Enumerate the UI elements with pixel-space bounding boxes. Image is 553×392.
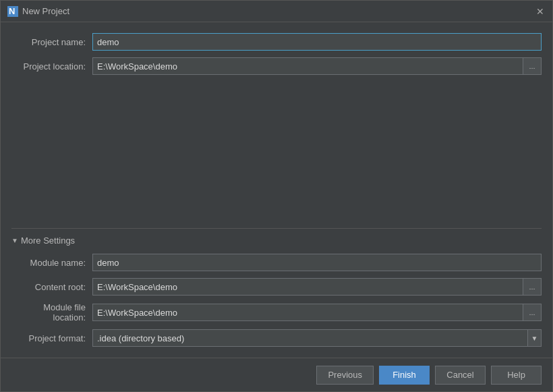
content-spacer [11, 82, 542, 228]
dialog-title: New Project [22, 6, 69, 16]
content-root-browse-button[interactable]: ... [523, 278, 542, 296]
project-name-row: Project name: [11, 33, 542, 51]
content-root-label: Content root: [11, 282, 92, 292]
project-format-label: Project format: [11, 333, 92, 343]
more-settings-label: More Settings [21, 235, 75, 246]
project-name-input[interactable] [92, 33, 542, 51]
content-root-field-group: ... [92, 278, 542, 296]
previous-button[interactable]: Previous [316, 366, 374, 385]
select-arrow-icon: ▼ [528, 329, 542, 347]
project-location-row: Project location: ... [11, 57, 542, 75]
more-settings-content: Module name: Content root: ... Module fi… [11, 250, 542, 358]
more-settings-section: ▼ More Settings Module name: Content roo… [11, 228, 542, 358]
more-settings-header[interactable]: ▼ More Settings [11, 228, 542, 250]
module-file-location-row: Module file location: ... [11, 302, 542, 323]
project-location-input[interactable] [92, 57, 523, 75]
module-name-row: Module name: [11, 254, 542, 271]
svg-text:N: N [9, 6, 15, 16]
project-location-label: Project location: [11, 61, 92, 72]
module-file-location-input[interactable] [92, 304, 523, 321]
content-root-input[interactable] [92, 278, 523, 296]
title-bar-left: N New Project [7, 6, 69, 17]
project-location-field-group: ... [92, 57, 542, 75]
dialog-content: Project name: Project location: ... ▼ Mo… [1, 22, 552, 358]
new-project-dialog: N New Project ✕ Project name: Project lo… [0, 0, 553, 392]
content-root-row: Content root: ... [11, 278, 542, 296]
title-bar: N New Project ✕ [1, 1, 552, 22]
project-name-label: Project name: [11, 37, 92, 47]
project-format-row: Project format: .idea (directory based) … [11, 329, 542, 347]
project-location-browse-button[interactable]: ... [523, 57, 542, 75]
dialog-footer: Previous Finish Cancel Help [1, 358, 552, 391]
finish-button[interactable]: Finish [379, 366, 430, 385]
cancel-button[interactable]: Cancel [435, 366, 486, 385]
project-format-select[interactable]: .idea (directory based) [92, 329, 528, 347]
module-file-location-label: Module file location: [11, 302, 92, 323]
help-button[interactable]: Help [491, 366, 542, 385]
module-name-input[interactable] [92, 254, 542, 271]
project-format-select-group: .idea (directory based) ▼ [92, 329, 542, 347]
module-file-location-browse-button[interactable]: ... [523, 304, 542, 321]
close-button[interactable]: ✕ [535, 6, 546, 17]
module-file-location-field-group: ... [92, 304, 542, 321]
expand-icon: ▼ [11, 237, 18, 244]
module-name-label: Module name: [11, 258, 92, 268]
app-icon: N [7, 6, 18, 17]
